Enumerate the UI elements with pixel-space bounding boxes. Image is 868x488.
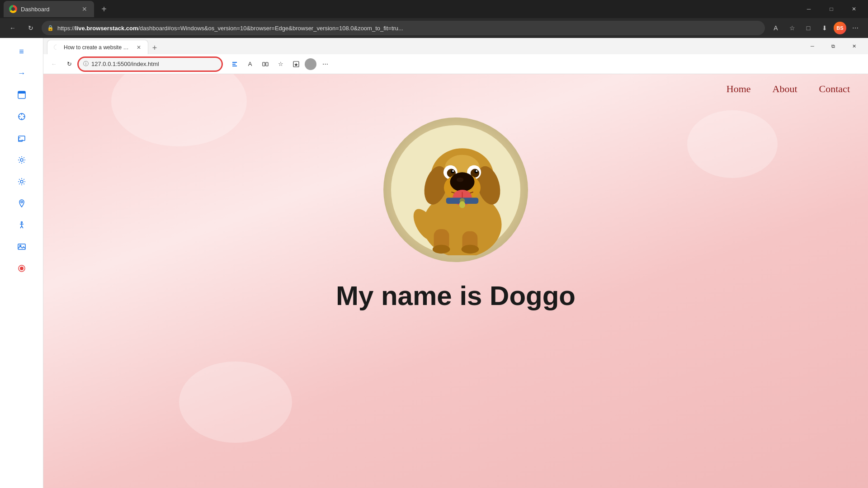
bg-blob-3 <box>179 361 292 443</box>
svg-point-9 <box>20 180 23 183</box>
svg-rect-7 <box>19 136 25 141</box>
outer-url-text: https://live.browserstack.com/dashboard#… <box>57 25 760 32</box>
outer-toolbar-icons: A ☆ □ ⬇ BS ⋯ <box>769 21 863 35</box>
svg-rect-21 <box>263 62 265 66</box>
inner-title-bar: How to create a website using H ✕ + ─ ⧉ … <box>43 38 868 54</box>
inner-menu-button[interactable]: ⋯ <box>318 57 332 71</box>
svg-point-51 <box>459 201 466 208</box>
outer-read-aloud-button[interactable]: A <box>769 21 783 35</box>
outer-browser-window: Dashboard ✕ + ─ □ ✕ ← ↻ 🔒 https://live.b… <box>0 0 868 488</box>
bs-image-icon[interactable] <box>12 237 32 257</box>
outer-favorites-icon[interactable]: ☆ <box>785 21 799 35</box>
inner-address-bar[interactable]: ⓘ 127.0.0.1:5500/index.html <box>78 57 222 71</box>
outer-minimize-button[interactable]: ─ <box>798 0 819 18</box>
bs-resize-icon[interactable] <box>12 128 32 148</box>
inner-collections-button[interactable] <box>228 57 241 71</box>
outer-collections-button[interactable]: □ <box>801 21 816 35</box>
inner-favorites-button[interactable]: ☆ <box>274 57 288 71</box>
svg-point-8 <box>20 159 23 161</box>
svg-point-43 <box>476 170 477 172</box>
svg-point-10 <box>21 201 23 203</box>
svg-rect-16 <box>18 244 25 249</box>
inner-window-controls: ─ ⧉ ✕ <box>802 38 864 54</box>
svg-point-30 <box>462 245 479 253</box>
svg-point-46 <box>457 178 463 182</box>
chrome-icon <box>9 5 17 13</box>
outer-menu-button[interactable]: ⋯ <box>848 21 863 35</box>
inner-close-button[interactable]: ✕ <box>844 38 864 54</box>
outer-reload-button[interactable]: ↻ <box>24 21 38 35</box>
inner-back-button[interactable]: ← <box>47 57 61 71</box>
outer-lock-icon: 🔒 <box>47 25 54 31</box>
website-nav-links: Home About Contact <box>726 83 850 95</box>
inner-browser-tab[interactable]: How to create a website using H ✕ <box>47 40 148 54</box>
outer-back-button[interactable]: ← <box>5 21 20 35</box>
inner-toolbar-right: A ☆ ⋯ <box>228 57 332 71</box>
inner-collections-star-button[interactable] <box>289 57 303 71</box>
inner-maximize-button[interactable]: ⧉ <box>823 38 844 54</box>
outer-tab-close-button[interactable]: ✕ <box>80 5 89 13</box>
inner-profile-avatar[interactable] <box>305 58 316 70</box>
bs-window-layout-icon[interactable] <box>12 85 32 105</box>
svg-point-29 <box>433 245 450 253</box>
outer-new-tab-button[interactable]: + <box>98 3 110 15</box>
bs-record-icon[interactable] <box>12 258 32 278</box>
svg-point-11 <box>21 222 22 223</box>
inner-browser-wrapper: ≡ → <box>0 38 868 488</box>
dog-illustration <box>390 124 521 255</box>
outer-window-controls: ─ □ ✕ <box>798 0 864 18</box>
inner-new-tab-button[interactable]: + <box>148 42 161 54</box>
svg-point-39 <box>452 170 454 172</box>
website-content: Home About Contact <box>43 74 868 488</box>
outer-tab-title: Dashboard <box>21 6 77 13</box>
outer-profile-avatar[interactable]: BS <box>834 22 846 34</box>
bs-crosshair-icon[interactable] <box>12 107 32 127</box>
svg-line-14 <box>20 226 22 228</box>
svg-point-45 <box>450 172 474 192</box>
bs-hamburger-icon[interactable]: ≡ <box>12 42 32 61</box>
bs-arrow-right-icon[interactable]: → <box>12 63 32 83</box>
address-bar-info-icon: ⓘ <box>83 60 89 68</box>
inner-reload-button[interactable]: ↻ <box>62 57 76 71</box>
inner-favicon <box>53 44 60 51</box>
nav-home-link[interactable]: Home <box>726 83 751 95</box>
nav-about-link[interactable]: About <box>773 83 797 95</box>
nav-contact-link[interactable]: Contact <box>819 83 850 95</box>
outer-maximize-button[interactable]: □ <box>821 0 842 18</box>
inner-read-aloud-button[interactable]: A <box>243 57 257 71</box>
outer-browser-tab[interactable]: Dashboard ✕ <box>4 1 94 17</box>
inner-minimize-button[interactable]: ─ <box>802 38 823 54</box>
bg-blob-2 <box>687 110 778 178</box>
browserstack-sidebar: ≡ → <box>0 38 43 488</box>
outer-download-button[interactable]: ⬇ <box>817 21 832 35</box>
bs-accessibility-icon[interactable] <box>12 215 32 235</box>
svg-point-19 <box>20 267 24 270</box>
inner-url-text: 127.0.0.1:5500/index.html <box>91 61 159 67</box>
inner-tab-title: How to create a website using H <box>64 44 132 51</box>
inner-edge-browser: How to create a website using H ✕ + ─ ⧉ … <box>43 38 868 488</box>
website-nav: Home About Contact <box>43 74 868 104</box>
svg-rect-22 <box>266 62 268 66</box>
inner-immersive-reader-button[interactable] <box>259 57 272 71</box>
website-heading: My name is Doggo <box>336 280 576 311</box>
inner-tab-close-button[interactable]: ✕ <box>135 44 142 51</box>
outer-nav-bar: ← ↻ 🔒 https://live.browserstack.com/dash… <box>0 18 868 38</box>
svg-rect-1 <box>18 91 25 94</box>
outer-title-bar: Dashboard ✕ + ─ □ ✕ <box>0 0 868 18</box>
svg-line-15 <box>22 226 23 228</box>
svg-rect-20 <box>53 44 60 51</box>
bs-gear-icon-1[interactable] <box>12 150 32 170</box>
outer-address-bar[interactable]: 🔒 https://live.browserstack.com/dashboar… <box>42 21 765 35</box>
dog-image-container <box>383 117 528 262</box>
outer-close-button[interactable]: ✕ <box>844 0 864 18</box>
bs-location-icon[interactable] <box>12 193 32 213</box>
inner-nav-bar: ← ↻ ⓘ 127.0.0.1:5500/index.html A <box>43 54 868 74</box>
bs-gear-icon-2[interactable] <box>12 172 32 192</box>
